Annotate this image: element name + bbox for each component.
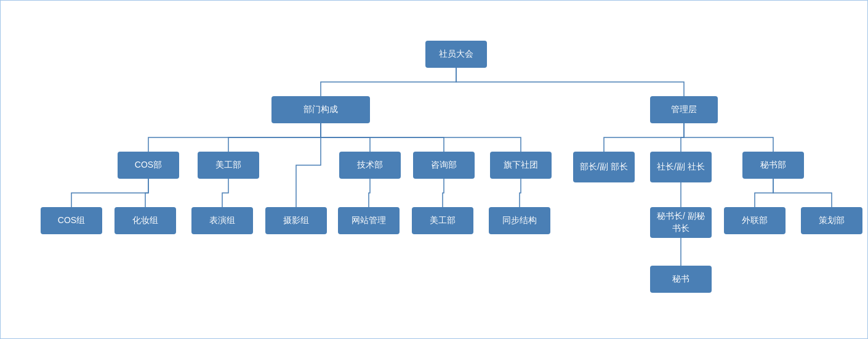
- org-node-sync: 同步结构: [489, 207, 550, 234]
- org-chart: 社员大会部门构成管理层COS部美工部摄影组技术部咨询部旗下社团网站管理美工部同步…: [1, 1, 867, 338]
- org-node-planning: 策划部: [801, 207, 862, 234]
- org-node-web_mgmt: 网站管理: [338, 207, 400, 234]
- org-node-branch: 旗下社团: [490, 152, 552, 179]
- org-node-cos_group: COS组: [41, 207, 102, 234]
- org-node-external: 外联部: [724, 207, 786, 234]
- org-node-dept_head: 部长/副 部长: [573, 152, 635, 182]
- org-node-secretary_head: 秘书长/ 副秘书长: [650, 207, 712, 238]
- org-node-dept: 部门构成: [271, 96, 370, 123]
- org-node-art_sub: 美工部: [412, 207, 473, 234]
- org-node-makeup_group: 化妆组: [115, 207, 176, 234]
- org-node-tech_dept: 技术部: [339, 152, 401, 179]
- org-node-secretary: 秘书: [650, 266, 712, 293]
- org-node-perform_group: 表演组: [191, 207, 253, 234]
- org-node-root: 社员大会: [425, 41, 487, 68]
- org-node-secretary_dept: 秘书部: [742, 152, 804, 179]
- org-node-mgmt: 管理层: [650, 96, 718, 123]
- org-node-photo_group: 摄影组: [265, 207, 327, 234]
- org-node-cos_dept: COS部: [118, 152, 179, 179]
- org-node-president: 社长/副 社长: [650, 152, 712, 182]
- org-node-consult_dept: 咨询部: [413, 152, 475, 179]
- org-node-art_dept: 美工部: [198, 152, 259, 179]
